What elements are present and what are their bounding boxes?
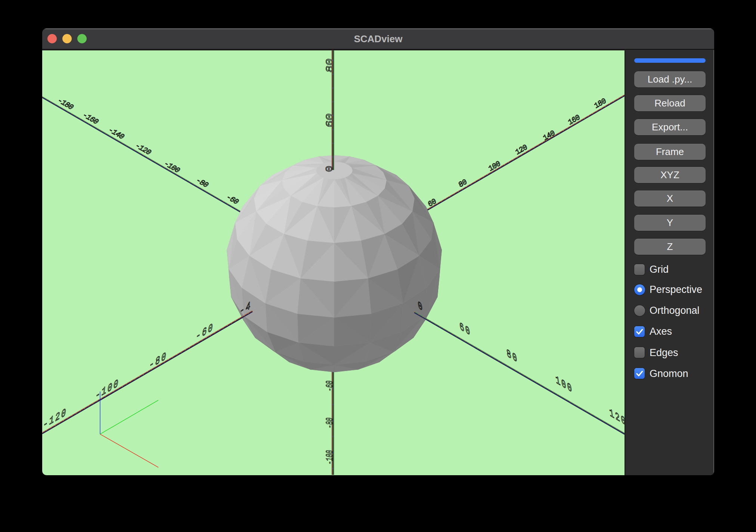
- svg-text:160: 160: [567, 113, 581, 127]
- svg-text:100: 100: [555, 374, 574, 396]
- svg-text:-120: -120: [133, 142, 153, 156]
- svg-text:-180: -180: [55, 96, 75, 111]
- svg-text:-80: -80: [149, 349, 168, 372]
- svg-text:100: 100: [487, 159, 502, 173]
- svg-text:-120: -120: [43, 405, 68, 432]
- svg-text:120: 120: [514, 143, 529, 157]
- svg-text:180: 180: [593, 96, 607, 110]
- svg-text:-140: -140: [106, 126, 126, 140]
- svg-text:0: 0: [324, 166, 335, 172]
- svg-text:80: 80: [506, 347, 519, 366]
- svg-text:-100: -100: [324, 449, 335, 465]
- svg-text:-160: -160: [80, 111, 100, 126]
- svg-text:140: 140: [542, 129, 556, 142]
- svg-text:-80: -80: [324, 417, 335, 429]
- svg-text:-60: -60: [195, 321, 215, 343]
- svg-text:-60: -60: [324, 380, 335, 392]
- svg-text:-80: -80: [194, 176, 210, 189]
- svg-text:60: 60: [427, 197, 437, 209]
- svg-text:60: 60: [459, 320, 472, 339]
